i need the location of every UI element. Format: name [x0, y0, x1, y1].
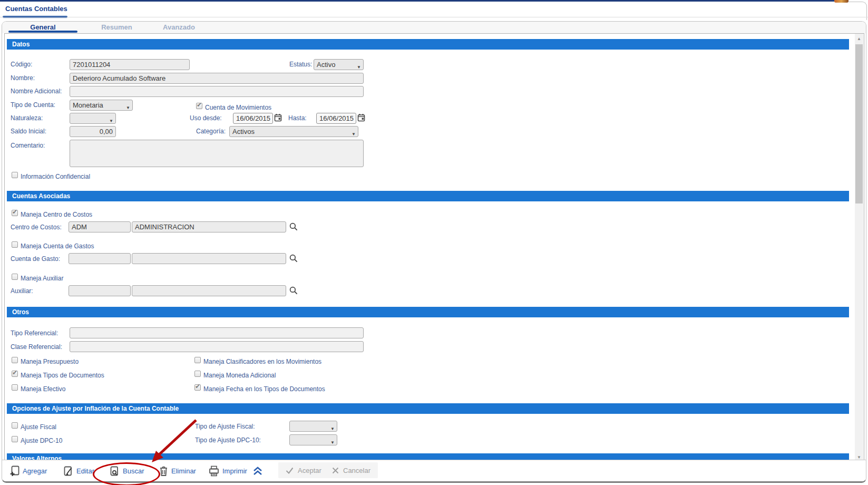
printer-icon [209, 465, 219, 477]
ajuste-fiscal-label: Ajuste Fiscal [21, 423, 56, 431]
maneja-moneda-adicional-label: Maneja Moneda Adicional [203, 372, 276, 379]
double-chevron-up-icon [252, 466, 264, 476]
cuenta-movimientos-checkbox[interactable] [196, 103, 202, 109]
nombre-adicional-label: Nombre Adicional: [11, 88, 62, 95]
vertical-scrollbar[interactable]: ▲ ▼ [855, 34, 863, 463]
uso-desde-label: Uso desde: [190, 114, 222, 122]
ajuste-dpc10-checkbox[interactable] [12, 436, 18, 442]
maneja-efectivo-label: Maneja Efectivo [21, 385, 65, 393]
centro-costos-name-input[interactable]: ADMINISTRACION [132, 221, 286, 232]
form-scroll-panel: Datos Código: 7201011204 Estatus: Activo… [4, 33, 864, 463]
maneja-presupuesto-checkbox[interactable] [12, 357, 18, 363]
auxiliar-search-icon[interactable] [289, 286, 298, 295]
tipo-ajuste-dpc10-select[interactable] [289, 434, 337, 445]
maneja-tipos-documentos-label: Maneja Tipos de Documentos [21, 372, 104, 379]
tipo-cuenta-label: Tipo de Cuenta: [11, 101, 55, 109]
edit-document-icon [63, 465, 73, 477]
cuenta-gasto-search-icon[interactable] [289, 254, 298, 263]
divider [0, 17, 868, 17]
eliminar-label: Eliminar [171, 467, 196, 475]
window-top-accent [0, 0, 834, 2]
ajuste-dpc10-label: Ajuste DPC-10 [21, 437, 62, 444]
add-document-icon [9, 465, 19, 477]
clase-referencial-label: Clase Referencial: [11, 343, 62, 351]
maneja-tipos-documentos-checkbox[interactable] [12, 371, 18, 377]
bottom-toolbar: Agregar Editar Buscar Eliminar Imprimir … [2, 460, 866, 481]
categoria-select[interactable]: Activos [229, 126, 358, 137]
codigo-input[interactable]: 7201011204 [70, 59, 190, 70]
maneja-presupuesto-label: Maneja Presupuesto [21, 358, 79, 365]
info-confidencial-checkbox[interactable] [12, 172, 18, 178]
section-header-datos: Datos [7, 39, 849, 50]
auxiliar-code-input[interactable] [69, 285, 131, 296]
tab-resumen[interactable]: Resumen [82, 23, 151, 31]
ajuste-fiscal-checkbox[interactable] [12, 422, 18, 429]
section-header-otros: Otros [7, 307, 849, 317]
buscar-button[interactable]: Buscar [110, 463, 144, 479]
saldo-inicial-label: Saldo Inicial: [11, 128, 46, 135]
aceptar-label: Aceptar [298, 467, 321, 474]
cancelar-label: Cancelar [343, 467, 370, 474]
maneja-clasificadores-checkbox[interactable] [194, 357, 201, 363]
maneja-efectivo-checkbox[interactable] [12, 384, 18, 391]
tipo-referencial-label: Tipo Referencial: [11, 329, 58, 337]
tipo-ajuste-dpc10-label: Tipo de Ajuste DPC-10: [195, 436, 261, 444]
maneja-moneda-adicional-checkbox[interactable] [194, 371, 201, 377]
estatus-label: Estatus: [289, 61, 312, 68]
section-header-cuentas-asociadas: Cuentas Asociadas [7, 191, 849, 201]
auxiliar-name-input[interactable] [132, 285, 286, 296]
clase-referencial-input[interactable] [70, 341, 364, 352]
uso-desde-calendar-icon[interactable] [274, 113, 282, 122]
maneja-centro-costos-checkbox[interactable] [12, 210, 18, 216]
estatus-select[interactable]: Activo [314, 59, 364, 70]
page-title: Cuentas Contables [5, 5, 67, 13]
tipo-cuenta-select[interactable]: Monetaria [70, 100, 133, 111]
search-document-icon [110, 465, 120, 477]
tab-general[interactable]: General [8, 23, 77, 31]
collapse-toolbar-button[interactable] [252, 463, 264, 479]
tipo-ajuste-fiscal-select[interactable] [289, 421, 337, 432]
info-confidencial-label: Información Confidencial [21, 173, 90, 180]
scroll-up-arrow-icon[interactable]: ▲ [855, 35, 863, 43]
tab-avanzado[interactable]: Avanzado [144, 23, 213, 31]
cuenta-gasto-name-input[interactable] [132, 253, 286, 264]
agregar-label: Agregar [23, 467, 47, 475]
active-tab-underline [8, 31, 77, 33]
comentario-label: Comentario: [11, 142, 45, 149]
nombre-input[interactable]: Deterioro Acumulado Software [70, 73, 364, 84]
uso-desde-input[interactable]: 16/06/2015 [233, 113, 273, 124]
scrollbar-thumb[interactable] [855, 44, 863, 203]
cuenta-gasto-code-input[interactable] [69, 253, 131, 264]
naturaleza-label: Naturaleza: [11, 114, 43, 122]
eliminar-button[interactable]: Eliminar [159, 463, 196, 479]
tipo-ajuste-fiscal-label: Tipo de Ajuste Fiscal: [195, 423, 255, 430]
naturaleza-select[interactable] [70, 113, 116, 124]
centro-costos-code-input[interactable]: ADM [69, 221, 131, 232]
aceptar-button[interactable]: Aceptar [278, 462, 329, 478]
agregar-button[interactable]: Agregar [9, 463, 47, 479]
hasta-calendar-icon[interactable] [357, 113, 365, 122]
auxiliar-label: Auxiliar: [11, 287, 33, 295]
buscar-label: Buscar [123, 467, 144, 475]
tipo-referencial-input[interactable] [70, 327, 364, 338]
hasta-input[interactable]: 16/06/2015 [316, 113, 356, 124]
cuenta-movimientos-label: Cuenta de Movimientos [205, 104, 271, 111]
maneja-cuenta-gastos-checkbox[interactable] [12, 241, 18, 248]
cuentas-contables-panel: General Resumen Avanzado Datos Código: 7… [2, 21, 866, 483]
maneja-auxiliar-checkbox[interactable] [12, 274, 18, 280]
tab-strip: General Resumen Avanzado [2, 22, 866, 33]
categoria-label: Categoría: [196, 128, 226, 135]
imprimir-button[interactable]: Imprimir [209, 463, 247, 479]
editar-button[interactable]: Editar [63, 463, 94, 479]
cancelar-button[interactable]: Cancelar [325, 462, 378, 478]
codigo-label: Código: [11, 61, 32, 68]
cuenta-gasto-label: Cuenta de Gasto: [11, 255, 60, 263]
maneja-fecha-tipos-documentos-checkbox[interactable] [194, 384, 201, 391]
maneja-auxiliar-label: Maneja Auxiliar [21, 275, 63, 282]
editar-label: Editar [76, 467, 94, 475]
comentario-textarea[interactable] [70, 140, 364, 167]
hasta-label: Hasta: [288, 114, 307, 122]
saldo-inicial-input[interactable]: 0,00 [70, 126, 116, 137]
nombre-adicional-input[interactable] [70, 86, 364, 97]
centro-costos-search-icon[interactable] [289, 222, 298, 231]
